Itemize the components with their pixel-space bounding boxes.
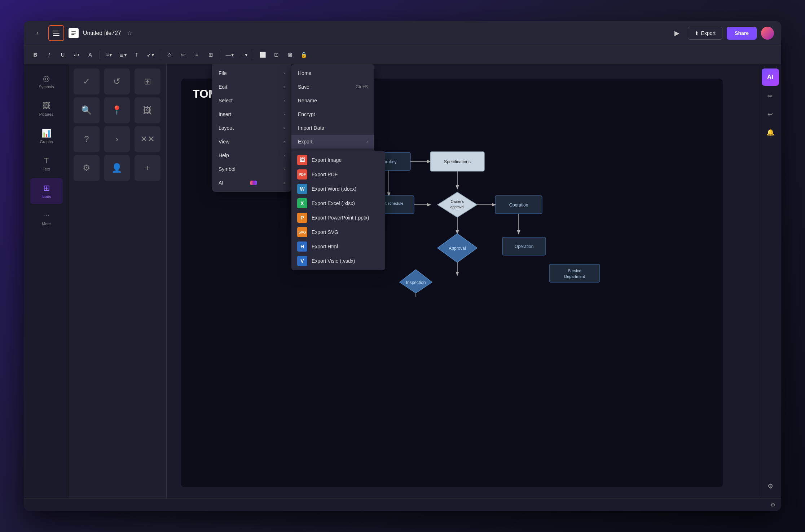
submenu-import-data[interactable]: Import Data xyxy=(291,121,374,135)
menu-button[interactable] xyxy=(48,25,64,41)
submenu-encrypt[interactable]: Encrypt xyxy=(291,107,374,121)
menu-item-file[interactable]: File › xyxy=(212,66,291,80)
export-button[interactable]: ⬆ Export xyxy=(688,27,722,40)
sidebar-item-symbols[interactable]: ◎ Symbols xyxy=(30,68,63,94)
menu-item-view[interactable]: View › xyxy=(212,135,291,148)
menu-item-symbol[interactable]: Symbol › xyxy=(212,162,291,176)
export-word[interactable]: W Export Word (.docx) xyxy=(291,182,385,196)
export-svg[interactable]: SVG Export SVG xyxy=(291,225,385,239)
icon-cell-8[interactable]: › xyxy=(104,126,130,152)
svg-text:Owner's: Owner's xyxy=(451,200,464,204)
icon-cell-6[interactable]: 🖼 xyxy=(135,97,160,123)
toolbar-divider-3 xyxy=(220,50,220,59)
icon-cell-12[interactable]: + xyxy=(135,155,160,181)
submenu-rename[interactable]: Rename xyxy=(291,94,374,107)
toolbar-divider-2 xyxy=(160,50,160,59)
submenu-export[interactable]: Export › xyxy=(291,135,374,148)
sidebar-item-more[interactable]: ··· More xyxy=(30,205,63,231)
more-icon: ··· xyxy=(43,211,49,220)
svg-text:Approval: Approval xyxy=(449,246,466,251)
toolbar: B I U ab A ≡▾ ≣▾ T ↙▾ ◇ ✏ ≡ ⊞ —▾ →▾ ⬜ ⊡ … xyxy=(24,45,781,64)
ai-button[interactable]: AI xyxy=(762,68,779,86)
sidebar-item-text[interactable]: T Text xyxy=(30,151,63,177)
icon-cell-10[interactable]: ⚙ xyxy=(74,155,100,181)
play-button[interactable]: ▶ xyxy=(670,27,683,40)
svg-text:Service: Service xyxy=(568,269,581,273)
svg-text:approval: approval xyxy=(450,205,464,209)
svg-rect-5 xyxy=(71,33,76,34)
avatar[interactable] xyxy=(761,27,774,40)
export-submenu[interactable]: 🖼 Export Image PDF Export PDF W Export W… xyxy=(291,151,385,270)
graphs-icon: 📊 xyxy=(41,129,51,138)
right-undo-icon[interactable]: ↩ xyxy=(763,107,778,122)
canvas-area[interactable]: TOM Diagram Request for quotation Turnke… xyxy=(167,64,759,498)
export-pdf[interactable]: PDF Export PDF xyxy=(291,167,385,182)
icon-cell-2[interactable]: ↺ xyxy=(104,68,130,94)
svg-text:Operation: Operation xyxy=(509,203,528,208)
toolbar-line[interactable]: —▾ xyxy=(224,49,236,61)
sidebar-item-graphs[interactable]: 📊 Graphs xyxy=(30,123,63,149)
toolbar-text[interactable]: T xyxy=(131,49,142,61)
toolbar-pencil[interactable]: ✏ xyxy=(177,49,189,61)
main-content: ◎ Symbols 🖼 Pictures 📊 Graphs T Text ⊞ I… xyxy=(24,64,781,498)
toolbar-lock[interactable]: 🔒 xyxy=(298,49,309,61)
icon-cell-1[interactable]: ✓ xyxy=(74,68,100,94)
menu-item-insert[interactable]: Insert › xyxy=(212,107,291,121)
back-button[interactable]: ‹ xyxy=(31,27,44,40)
submenu-save[interactable]: Save Ctrl+S xyxy=(291,80,374,94)
toolbar-crop[interactable]: ⊠ xyxy=(284,49,296,61)
toolbar-line-spacing[interactable]: ≣▾ xyxy=(117,49,129,61)
toolbar-underline[interactable]: U xyxy=(57,49,69,61)
file-menu[interactable]: File › Edit › Select › Insert › xyxy=(212,64,291,192)
toolbar-rect[interactable]: ⬜ xyxy=(257,49,268,61)
sidebar-item-icons[interactable]: ⊞ Icons xyxy=(30,178,63,204)
right-notification-icon[interactable]: 🔔 xyxy=(763,125,778,140)
toolbar-connector[interactable]: ↙▾ xyxy=(145,49,156,61)
export-pptx-icon: P xyxy=(297,213,307,223)
toolbar-divider-4 xyxy=(253,50,253,59)
export-svg-icon: SVG xyxy=(297,227,307,237)
sidebar-item-pictures[interactable]: 🖼 Pictures xyxy=(30,96,63,122)
menu-item-layout[interactable]: Layout › xyxy=(212,121,291,135)
export-image[interactable]: 🖼 Export Image xyxy=(291,153,385,167)
export-word-icon: W xyxy=(297,184,307,194)
menu-item-ai[interactable]: AI › xyxy=(212,176,291,190)
export-excel[interactable]: X Export Excel (.xlsx) xyxy=(291,196,385,210)
toolbar-shape[interactable]: ◇ xyxy=(164,49,175,61)
toolbar-align[interactable]: ≡▾ xyxy=(104,49,115,61)
submenu-home[interactable]: Home xyxy=(291,66,374,80)
right-edit-icon[interactable]: ✏ xyxy=(763,89,778,104)
star-icon[interactable]: ☆ xyxy=(127,30,132,36)
menu-item-edit[interactable]: Edit › xyxy=(212,80,291,94)
menu-item-help[interactable]: Help › xyxy=(212,148,291,162)
icon-cell-4[interactable]: 🔍 xyxy=(74,97,100,123)
toolbar-grid[interactable]: ⊞ xyxy=(205,49,216,61)
toolbar-bold[interactable]: B xyxy=(30,49,41,61)
svg-text:Inspection: Inspection xyxy=(406,280,426,285)
export-icon: ⬆ xyxy=(695,30,699,36)
icon-grid-panel: ✓ ↺ ⊞ 🔍 📍 🖼 ? › ✕✕ ⚙ 👤 + xyxy=(69,64,167,498)
right-settings-icon[interactable]: ⚙ xyxy=(763,479,778,494)
export-html[interactable]: H Export Html xyxy=(291,239,385,254)
title-bar: ‹ Untitled file727 ☆ ▶ ⬆ Export Share xyxy=(24,21,781,45)
toolbar-font-color[interactable]: A xyxy=(84,49,96,61)
share-button[interactable]: Share xyxy=(727,27,757,40)
text-icon: T xyxy=(44,156,49,165)
toolbar-strikethrough[interactable]: ab xyxy=(71,49,82,61)
export-visio[interactable]: V Export Visio (.vsdx) xyxy=(291,254,385,268)
icon-cell-5[interactable]: 📍 xyxy=(104,97,130,123)
toolbar-format[interactable]: ≡ xyxy=(191,49,203,61)
toolbar-select2[interactable]: ⊡ xyxy=(270,49,282,61)
toolbar-arrow[interactable]: →▾ xyxy=(238,49,249,61)
bottom-settings-icon[interactable]: ⚙ xyxy=(770,501,775,508)
export-pptx[interactable]: P Export PowerPoint (.pptx) xyxy=(291,210,385,225)
svg-rect-2 xyxy=(53,35,60,36)
icon-cell-7[interactable]: ? xyxy=(74,126,100,152)
menu-item-select[interactable]: Select › xyxy=(212,94,291,107)
toolbar-italic[interactable]: I xyxy=(43,49,55,61)
file-arrow: › xyxy=(283,71,285,76)
export-image-icon: 🖼 xyxy=(297,155,307,165)
icon-cell-3[interactable]: ⊞ xyxy=(135,68,160,94)
icon-cell-9[interactable]: ✕✕ xyxy=(135,126,160,152)
icon-cell-11[interactable]: 👤 xyxy=(104,155,130,181)
